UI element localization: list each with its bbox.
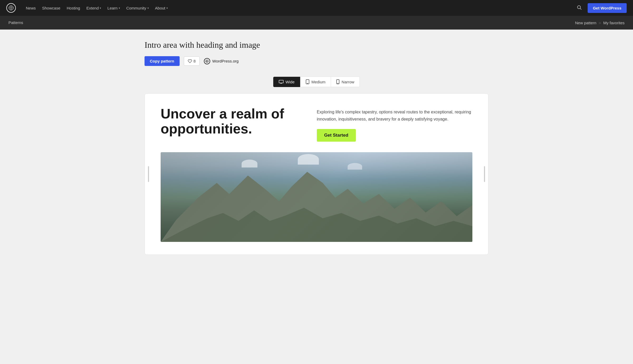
pattern-inner: Uncover a realm of opportunities. Explor…	[161, 106, 472, 142]
svg-point-1	[577, 6, 581, 9]
pattern-right: Exploring life's complex tapestry, optio…	[317, 106, 472, 142]
separator: »	[598, 20, 601, 26]
new-pattern-link[interactable]: New pattern	[575, 21, 596, 25]
snow-cap-3	[348, 163, 362, 170]
search-icon[interactable]	[575, 3, 583, 13]
desktop-icon	[279, 80, 284, 84]
nav-link-community[interactable]: Community ▾	[124, 4, 151, 12]
mobile-icon	[336, 79, 339, 84]
nav-right: Get WordPress	[575, 3, 627, 13]
wide-label: Wide	[286, 80, 295, 84]
tablet-icon	[306, 79, 309, 84]
subnav-right: New pattern » My favorites	[575, 20, 625, 26]
get-wordpress-button[interactable]: Get WordPress	[588, 3, 627, 13]
medium-label: Medium	[311, 80, 325, 84]
like-count: 8	[194, 59, 196, 63]
chevron-down-icon: ▾	[100, 7, 101, 9]
svg-point-12	[338, 83, 338, 83]
author-name: WordPress.org	[212, 59, 239, 63]
image-overlay	[161, 152, 472, 242]
like-button[interactable]: 8	[184, 56, 200, 66]
pattern-description: Exploring life's complex tapestry, optio…	[317, 108, 472, 123]
svg-point-10	[307, 83, 308, 83]
heart-icon	[188, 59, 192, 63]
author-logo	[204, 58, 210, 64]
svg-rect-6	[279, 80, 283, 83]
nav-link-hosting[interactable]: Hosting	[64, 4, 83, 12]
hero-image	[161, 152, 472, 242]
top-navigation: News Showcase Hosting Extend ▾ Learn ▾ C…	[0, 0, 633, 16]
nav-left: News Showcase Hosting Extend ▾ Learn ▾ C…	[6, 3, 170, 13]
nav-link-news[interactable]: News	[23, 4, 39, 12]
chevron-down-icon: ▾	[147, 7, 149, 9]
chevron-down-icon: ▾	[166, 7, 168, 9]
copy-pattern-button[interactable]: Copy pattern	[145, 56, 180, 66]
nav-links: News Showcase Hosting Extend ▾ Learn ▾ C…	[23, 4, 170, 12]
pattern-preview: Uncover a realm of opportunities. Explor…	[145, 94, 488, 255]
author-link[interactable]: WordPress.org	[204, 58, 239, 64]
chevron-down-icon: ▾	[119, 7, 120, 9]
get-started-button[interactable]: Get Started	[317, 129, 356, 142]
nav-link-showcase[interactable]: Showcase	[40, 4, 63, 12]
sub-navigation: Patterns New pattern » My favorites	[0, 16, 633, 30]
nav-link-extend[interactable]: Extend ▾	[84, 4, 104, 12]
nav-link-learn[interactable]: Learn ▾	[105, 4, 122, 12]
patterns-link[interactable]: Patterns	[8, 20, 23, 25]
main-content: Intro area with heading and image Copy p…	[132, 30, 501, 265]
view-wide-button[interactable]: Wide	[273, 77, 300, 87]
snow-cap-1	[242, 160, 257, 167]
my-favorites-link[interactable]: My favorites	[603, 21, 625, 25]
narrow-label: Narrow	[342, 80, 354, 84]
snow-cap-2	[298, 154, 319, 165]
pattern-actions: Copy pattern 8 WordPress.org	[145, 56, 488, 66]
scroll-indicator-left	[148, 166, 149, 182]
wordpress-logo[interactable]	[6, 3, 16, 13]
subnav-left: Patterns	[8, 20, 23, 25]
pattern-heading: Uncover a realm of opportunities.	[161, 106, 301, 136]
view-medium-button[interactable]: Medium	[300, 76, 331, 87]
preview-container: Uncover a realm of opportunities. Explor…	[145, 93, 488, 255]
scroll-indicator-right	[484, 166, 485, 182]
view-toggle: Wide Medium Narrow	[145, 76, 488, 87]
nav-link-about[interactable]: About ▾	[152, 4, 170, 12]
view-narrow-button[interactable]: Narrow	[331, 76, 360, 87]
page-title: Intro area with heading and image	[145, 40, 488, 50]
svg-line-2	[580, 8, 582, 9]
